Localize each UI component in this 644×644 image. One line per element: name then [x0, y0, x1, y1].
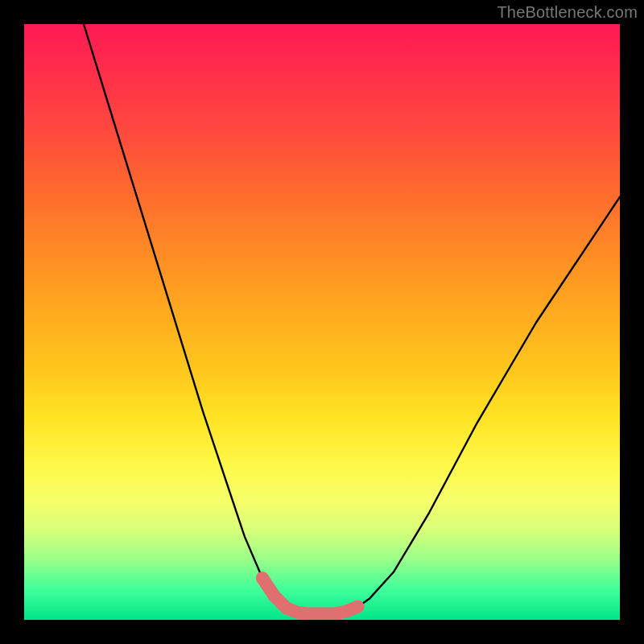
valley-marker-dot	[256, 572, 269, 584]
valley-marker-dot	[328, 608, 341, 620]
watermark-text: TheBottleneck.com	[497, 3, 638, 22]
chart-frame: TheBottleneck.com	[0, 0, 644, 644]
valley-marker-dot	[280, 601, 293, 614]
valley-marker-dot	[340, 605, 353, 618]
valley-marker-dot	[268, 589, 281, 602]
valley-marker-dot	[316, 608, 328, 620]
valley-marker-dot	[291, 606, 304, 619]
bottleneck-curve	[84, 24, 620, 614]
valley-marker-dot	[303, 608, 316, 620]
valley-marker-layer	[256, 572, 364, 620]
curve-layer	[84, 24, 620, 614]
chart-svg	[24, 24, 620, 620]
valley-marker-dot	[351, 601, 364, 613]
plot-area	[24, 24, 620, 620]
